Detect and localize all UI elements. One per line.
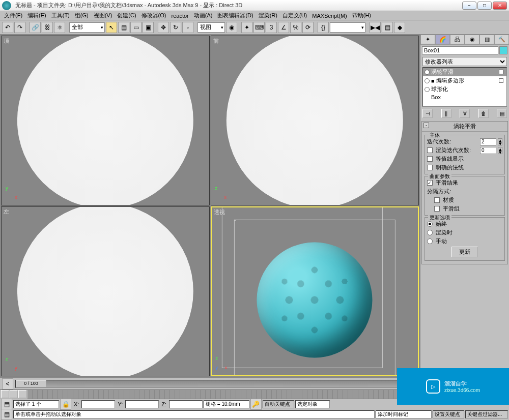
stack-item-editpoly[interactable]: ■编辑多边形 bbox=[423, 76, 506, 85]
render-iter-input[interactable] bbox=[480, 147, 496, 154]
link-button[interactable]: 🔗 bbox=[30, 22, 41, 33]
pin-stack-button[interactable]: ⊣ bbox=[422, 109, 433, 118]
listener-button[interactable]: ▤ bbox=[1, 409, 12, 420]
move-button[interactable]: ✥ bbox=[158, 22, 169, 33]
trackbar-btn2[interactable] bbox=[10, 390, 18, 398]
key-icon[interactable]: 🔑 bbox=[250, 399, 262, 410]
normals-checkbox[interactable] bbox=[427, 165, 433, 170]
menu-graph[interactable]: 图表编辑器(D) bbox=[215, 12, 255, 19]
keyboard-shortcut-button[interactable]: ⌨ bbox=[253, 22, 265, 33]
modify-tab[interactable]: 🌈 bbox=[435, 35, 450, 44]
selobj-dropdown[interactable]: 选定对象 bbox=[295, 400, 330, 408]
close-button[interactable]: ✕ bbox=[493, 2, 507, 10]
viewport-perspective[interactable]: 透视 zxy bbox=[211, 206, 419, 376]
mirror-button[interactable]: ▶◀ bbox=[370, 22, 381, 33]
make-unique-button[interactable]: ∀ bbox=[460, 109, 470, 118]
hierarchy-tab[interactable]: 品 bbox=[450, 35, 465, 44]
spinner-buttons[interactable]: ▴▾ bbox=[498, 138, 502, 145]
undo-button[interactable]: ↶ bbox=[2, 22, 13, 33]
menu-create[interactable]: 创建(C) bbox=[115, 12, 138, 19]
timeline-prev-button[interactable]: < bbox=[2, 378, 13, 389]
smooth-result-checkbox[interactable] bbox=[427, 180, 433, 186]
maximize-button[interactable]: □ bbox=[477, 2, 492, 10]
trackbar-btn3[interactable] bbox=[18, 390, 26, 398]
rotate-button[interactable]: ↻ bbox=[170, 22, 181, 33]
maxscript-button[interactable]: ▤ bbox=[1, 399, 12, 410]
unlink-button[interactable]: ⛓ bbox=[42, 22, 53, 33]
smoothgroup-checkbox[interactable] bbox=[434, 206, 440, 212]
update-button[interactable]: 更新 bbox=[451, 247, 478, 257]
z-input[interactable] bbox=[169, 400, 203, 408]
angle-snap-button[interactable]: ∠ bbox=[278, 22, 289, 33]
manual-radio[interactable] bbox=[427, 238, 433, 244]
percent-snap-button[interactable]: % bbox=[290, 22, 301, 33]
time-slider-thumb[interactable]: 0 / 100 bbox=[16, 380, 46, 387]
render-iter-checkbox[interactable] bbox=[427, 147, 433, 153]
checkbox-icon[interactable] bbox=[499, 70, 503, 74]
select-name-button[interactable]: ▤ bbox=[118, 22, 129, 33]
rollout-header[interactable]: -涡轮平滑 bbox=[422, 122, 507, 132]
x-input[interactable] bbox=[81, 400, 115, 408]
menu-file[interactable]: 文件(F) bbox=[2, 12, 24, 19]
spinner-buttons[interactable]: ▴▾ bbox=[498, 147, 502, 154]
bulb-icon[interactable] bbox=[425, 70, 430, 75]
named-sel-dropdown[interactable] bbox=[330, 22, 365, 33]
viewport-front[interactable]: 前 zx bbox=[211, 36, 419, 205]
time-tag[interactable]: 添加时间标记 bbox=[376, 410, 432, 418]
autokey-button[interactable]: 自动关键点 bbox=[263, 400, 294, 408]
align-button[interactable]: ▤ bbox=[382, 22, 393, 33]
menu-modifiers[interactable]: 修改器(O) bbox=[139, 12, 168, 19]
menu-reactor[interactable]: reactor bbox=[169, 13, 191, 19]
menu-help[interactable]: 帮助(H) bbox=[350, 12, 373, 19]
scale-button[interactable]: ▫ bbox=[182, 22, 193, 33]
modifier-stack[interactable]: 涡轮平滑 ■编辑多边形 球形化 Box bbox=[422, 67, 507, 107]
object-color-swatch[interactable] bbox=[499, 46, 507, 54]
setkey-button[interactable]: 设置关键点 bbox=[433, 410, 464, 418]
window-crossing-button[interactable]: ▣ bbox=[143, 22, 154, 33]
menu-group[interactable]: 组(G) bbox=[73, 12, 91, 19]
select-button[interactable]: ↖ bbox=[106, 22, 117, 33]
lock-button[interactable]: 🔒 bbox=[60, 399, 71, 410]
named-sel-button[interactable]: {} bbox=[318, 22, 329, 33]
show-end-button[interactable]: || bbox=[441, 109, 451, 118]
viewport-top[interactable]: 顶 yx bbox=[1, 36, 210, 205]
trackbar-btn1[interactable] bbox=[1, 390, 9, 398]
material-checkbox[interactable] bbox=[434, 197, 440, 203]
create-tab[interactable]: ✦ bbox=[420, 35, 435, 44]
checkbox-icon[interactable] bbox=[499, 78, 503, 83]
snap-button[interactable]: 3 bbox=[266, 22, 277, 33]
ref-coord-dropdown[interactable]: 视图 bbox=[197, 22, 225, 33]
menu-customize[interactable]: 自定义(U) bbox=[280, 12, 309, 19]
layers-button[interactable]: ◆ bbox=[394, 22, 405, 33]
onrender-radio[interactable] bbox=[427, 230, 433, 235]
menu-view[interactable]: 视图(V) bbox=[92, 12, 115, 19]
menu-tools[interactable]: 工具(T) bbox=[49, 12, 72, 19]
bind-button[interactable]: ⚛ bbox=[54, 22, 65, 33]
select-region-button[interactable]: ▭ bbox=[130, 22, 142, 33]
utilities-tab[interactable]: 🔨 bbox=[494, 35, 509, 44]
motion-tab[interactable]: ◉ bbox=[465, 35, 479, 44]
stack-item-box[interactable]: Box bbox=[423, 94, 506, 101]
redo-button[interactable]: ↷ bbox=[14, 22, 25, 33]
select-manipulate-button[interactable]: ✦ bbox=[241, 22, 252, 33]
selection-set-dropdown[interactable]: 全部 bbox=[69, 22, 105, 33]
minimize-button[interactable]: − bbox=[462, 2, 476, 10]
bulb-icon[interactable] bbox=[425, 87, 430, 92]
configure-button[interactable]: ▤ bbox=[497, 109, 507, 118]
menu-edit[interactable]: 编辑(E) bbox=[25, 12, 48, 19]
keyfilter-button[interactable]: 关键点过滤器... bbox=[465, 410, 508, 418]
menu-maxscript[interactable]: MAXScript(M) bbox=[310, 13, 349, 19]
pivot-button[interactable]: ◉ bbox=[226, 22, 237, 33]
y-input[interactable] bbox=[125, 400, 159, 408]
viewport-left[interactable]: 左 zy bbox=[1, 206, 210, 376]
menu-animation[interactable]: 动画(A) bbox=[192, 12, 215, 19]
menu-render[interactable]: 渲染(R) bbox=[257, 12, 279, 19]
modifier-list-dropdown[interactable]: 修改器列表 bbox=[422, 57, 507, 66]
iterations-input[interactable] bbox=[480, 138, 496, 145]
object-name-input[interactable] bbox=[422, 46, 498, 54]
isoline-checkbox[interactable] bbox=[427, 156, 433, 162]
stack-item-spherify[interactable]: 球形化 bbox=[423, 85, 506, 94]
bulb-icon[interactable] bbox=[425, 78, 430, 83]
always-radio[interactable] bbox=[427, 221, 433, 227]
display-tab[interactable]: ▥ bbox=[479, 35, 494, 44]
